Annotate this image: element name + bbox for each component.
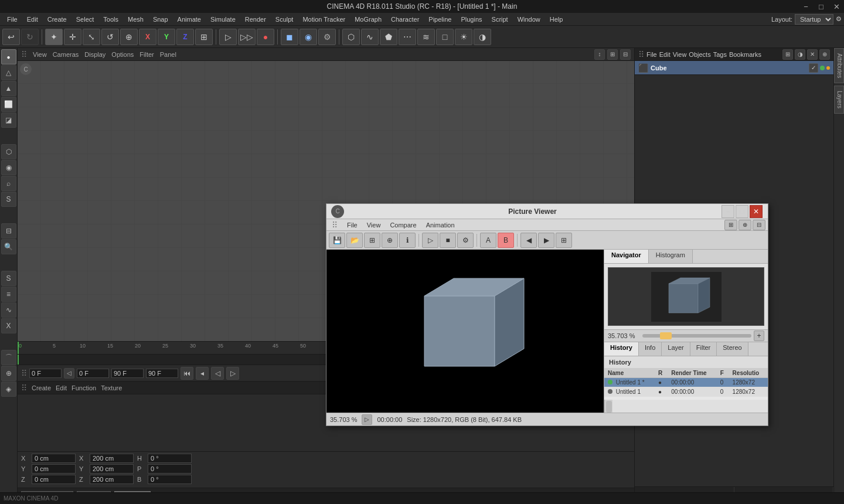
menu-render[interactable]: Render	[240, 15, 271, 24]
obj-active-dot[interactable]	[820, 66, 825, 70]
menu-script[interactable]: Script	[487, 15, 513, 24]
om-icon2[interactable]: ◑	[795, 49, 805, 60]
menu-edit[interactable]: Edit	[22, 15, 43, 24]
vp-icon1[interactable]: ↕	[594, 49, 605, 60]
frame-end-input[interactable]	[111, 369, 144, 378]
om-edit[interactable]: Edit	[659, 51, 671, 58]
x-axis-btn[interactable]: X	[139, 29, 156, 45]
pv-scrollbar[interactable]	[604, 400, 612, 413]
mat-edit[interactable]: Edit	[56, 384, 67, 391]
lt-ruler[interactable]: ⊟	[1, 223, 16, 239]
menu-plugins[interactable]: Plugins	[456, 15, 486, 24]
lt-obj-mode[interactable]: ●	[1, 49, 16, 64]
menu-snap[interactable]: Snap	[148, 15, 173, 24]
tl-play[interactable]: ▷	[226, 367, 239, 380]
menu-character[interactable]: Character	[386, 15, 424, 24]
om-objects[interactable]: Objects	[689, 51, 710, 58]
lt-spline[interactable]: ∿	[1, 302, 16, 318]
tl-begin[interactable]: ⏮	[181, 367, 193, 380]
pv-canvas[interactable]	[326, 250, 604, 413]
menu-sculpt[interactable]: Sculpt	[271, 15, 298, 24]
play-fwd-button[interactable]: ▷▷	[238, 29, 256, 45]
light-btn[interactable]: ☀	[455, 29, 472, 45]
lt-symbol[interactable]: S	[1, 271, 16, 286]
pv-color-btn2[interactable]: ▶	[538, 233, 554, 248]
vtab-attributes[interactable]: Attributes	[834, 48, 844, 83]
lt-warp[interactable]: ◈	[1, 382, 16, 397]
tl-arrow-left[interactable]: ◁	[64, 368, 74, 379]
menu-file[interactable]: File	[2, 15, 22, 24]
lt-layer[interactable]: ≡	[1, 287, 16, 302]
vtab-layers[interactable]: Layers	[834, 86, 844, 114]
pv-menu-file[interactable]: File	[344, 221, 360, 229]
menu-tools[interactable]: Tools	[98, 15, 123, 24]
lt-paint-tool[interactable]: ⌕	[1, 176, 16, 191]
lt-twist[interactable]: ⊕	[1, 366, 16, 381]
vp-filter[interactable]: Filter	[139, 51, 154, 58]
pv-tab-histogram[interactable]: Histogram	[649, 250, 693, 263]
menu-pipeline[interactable]: Pipeline	[424, 15, 456, 24]
pv-copy-btn[interactable]: ⊞	[364, 233, 380, 248]
history-row-2[interactable]: Untitled 1 ● 00:00:00 0 1280x72	[604, 387, 768, 397]
frame-total-input[interactable]	[146, 369, 178, 378]
undo-button[interactable]: ↩	[2, 29, 20, 45]
om-tags[interactable]: Tags	[713, 51, 727, 58]
pv-minimize-btn[interactable]: −	[722, 205, 734, 218]
coord-y-size[interactable]	[90, 464, 134, 474]
render-preview-btn[interactable]: ◼	[281, 29, 298, 45]
mograph-btn[interactable]: ⋯	[399, 29, 416, 45]
menu-simulate[interactable]: Simulate	[206, 15, 240, 24]
lt-uv-mode[interactable]: ◪	[1, 113, 16, 128]
move-tool[interactable]: ✛	[64, 29, 81, 45]
lt-xpresso[interactable]: X	[1, 318, 16, 333]
lt-camera[interactable]: 🔍	[1, 239, 16, 254]
frame-start-input[interactable]	[77, 369, 109, 378]
menu-mesh[interactable]: Mesh	[123, 15, 148, 24]
layout-select[interactable]: Startup	[795, 14, 833, 25]
coord-p-rot[interactable]	[148, 464, 192, 474]
lt-sculpt-tool[interactable]: ◉	[1, 160, 16, 175]
pv-open-btn[interactable]: 📂	[346, 233, 363, 248]
menu-help[interactable]: Help	[545, 15, 568, 24]
deform-btn[interactable]: ⬟	[380, 29, 397, 45]
scale-tool[interactable]: ⤡	[83, 29, 100, 45]
pv-close-btn[interactable]: ✕	[750, 205, 763, 218]
pv-save-btn[interactable]: 💾	[329, 233, 345, 248]
coord-x-pos[interactable]	[32, 454, 76, 463]
pv-layout-btn2[interactable]: ⊕	[738, 220, 751, 230]
vp-display[interactable]: Display	[84, 51, 106, 58]
pv-menu-compare[interactable]: Compare	[387, 221, 419, 229]
close-button[interactable]: ✕	[829, 0, 844, 13]
lt-model-tool[interactable]: ⬡	[1, 144, 16, 159]
pv-layout-btn1[interactable]: ⊞	[724, 220, 737, 230]
om-bookmarks[interactable]: Bookmarks	[729, 51, 761, 58]
object-row[interactable]: ⬛ Cube ✓	[635, 61, 833, 75]
om-icon3[interactable]: ✕	[807, 49, 818, 60]
pv-clone-btn[interactable]: ⊕	[382, 233, 398, 248]
vp-panel[interactable]: Panel	[160, 51, 176, 58]
redo-button[interactable]: ↻	[21, 29, 39, 45]
pv-menu-view[interactable]: View	[364, 221, 384, 229]
y-axis-btn[interactable]: Y	[158, 29, 175, 45]
pv-layer-btn1[interactable]: A	[480, 233, 496, 248]
record-button[interactable]: ●	[257, 29, 274, 45]
mat-texture[interactable]: Texture	[101, 384, 122, 391]
vp-view[interactable]: View	[33, 51, 47, 58]
render-settings-btn[interactable]: ⚙	[318, 29, 336, 45]
coord-z-size[interactable]	[90, 475, 134, 484]
display-btn[interactable]: ◑	[474, 29, 491, 45]
pv-render-settings[interactable]: ⚙	[457, 233, 474, 248]
pv-tab-info[interactable]: Info	[639, 342, 662, 356]
tl-play-rev[interactable]: ◁	[211, 367, 224, 380]
pv-zoom-handle[interactable]	[660, 332, 672, 339]
pv-maximize-btn[interactable]: □	[736, 205, 748, 218]
lt-snap[interactable]: S	[1, 192, 16, 207]
rotate-tool[interactable]: ↺	[101, 29, 119, 45]
menu-motion-tracker[interactable]: Motion Tracker	[298, 15, 350, 24]
pv-zoom-plus[interactable]: +	[754, 331, 764, 341]
menu-select[interactable]: Select	[72, 15, 99, 24]
coord-x-size[interactable]	[90, 454, 134, 463]
pv-tab-layer[interactable]: Layer	[662, 342, 690, 356]
om-icon1[interactable]: ⊞	[782, 49, 793, 60]
tl-prev[interactable]: ◂	[196, 367, 209, 380]
